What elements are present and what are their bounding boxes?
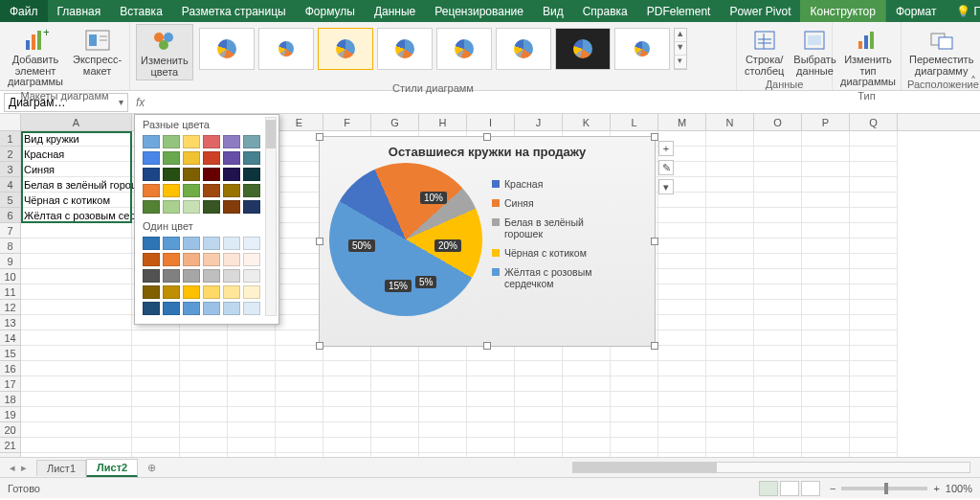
column-header-N[interactable]: N (706, 114, 754, 130)
column-header-Q[interactable]: Q (850, 114, 898, 130)
color-swatch[interactable] (203, 302, 220, 315)
legend-item[interactable]: Синяя (492, 197, 619, 209)
color-swatch[interactable] (143, 151, 160, 165)
color-swatch[interactable] (163, 151, 180, 165)
cell-G17[interactable] (371, 376, 419, 392)
cell-F21[interactable] (323, 438, 371, 453)
column-header-O[interactable]: O (754, 114, 802, 130)
cell-P1[interactable] (802, 131, 850, 147)
chart-style-2[interactable] (258, 28, 314, 70)
cell-D15[interactable] (228, 346, 276, 361)
cell-M7[interactable] (658, 223, 706, 239)
cell-C20[interactable] (180, 422, 228, 438)
color-swatch[interactable] (243, 285, 260, 299)
switch-row-column-button[interactable]: Строка/ столбец (743, 24, 786, 77)
row-header-2[interactable]: 2 (0, 147, 21, 162)
cell-Q15[interactable] (850, 346, 898, 361)
color-swatch[interactable] (203, 200, 220, 214)
column-header-J[interactable]: J (515, 114, 563, 130)
cell-H15[interactable] (419, 346, 467, 361)
cell-N7[interactable] (706, 223, 754, 239)
cell-E6[interactable] (276, 208, 323, 223)
color-swatch[interactable] (223, 184, 240, 197)
cell-B21[interactable] (132, 438, 180, 453)
cell-L21[interactable] (611, 438, 658, 453)
cell-M5[interactable] (658, 193, 706, 208)
cell-A9[interactable] (21, 254, 132, 269)
cell-K22[interactable] (563, 453, 611, 457)
color-swatch[interactable] (163, 285, 180, 299)
color-swatch[interactable] (183, 253, 200, 266)
cell-D17[interactable] (228, 376, 276, 392)
data-label[interactable]: 50% (348, 239, 375, 252)
cell-K20[interactable] (563, 422, 611, 438)
color-swatch[interactable] (203, 151, 220, 165)
cell-I17[interactable] (467, 376, 515, 392)
cell-P21[interactable] (802, 438, 850, 453)
cell-G22[interactable] (371, 453, 419, 457)
row-header-20[interactable]: 20 (0, 422, 21, 438)
cell-Q3[interactable] (850, 162, 898, 177)
cell-L18[interactable] (611, 392, 658, 407)
cell-Q10[interactable] (850, 269, 898, 284)
legend-item[interactable]: Жёлтая с розовым сердечком (492, 266, 619, 289)
tab-file[interactable]: Файл (0, 0, 48, 22)
column-header-L[interactable]: L (611, 114, 658, 130)
cell-I21[interactable] (467, 438, 515, 453)
cell-P3[interactable] (802, 162, 850, 177)
row-header-3[interactable]: 3 (0, 162, 21, 177)
change-colors-button[interactable]: Изменить цвета (136, 24, 193, 80)
cell-A13[interactable] (21, 315, 132, 330)
row-header-9[interactable]: 9 (0, 254, 21, 269)
row-header-19[interactable]: 19 (0, 407, 21, 422)
page-layout-view-button[interactable] (780, 481, 799, 496)
cell-L22[interactable] (611, 453, 658, 457)
data-label[interactable]: 15% (385, 280, 412, 292)
cell-B16[interactable] (132, 361, 180, 376)
color-panel-scrollbar[interactable] (265, 117, 277, 316)
cell-K16[interactable] (563, 361, 611, 376)
cell-C16[interactable] (180, 361, 228, 376)
cell-A5[interactable]: Чёрная с котиком (21, 193, 132, 208)
cell-A22[interactable] (21, 453, 132, 457)
cell-N22[interactable] (706, 453, 754, 457)
cell-J15[interactable] (515, 346, 563, 361)
cell-M12[interactable] (658, 300, 706, 315)
cell-Q22[interactable] (850, 453, 898, 457)
chart-style-1[interactable] (199, 28, 255, 70)
row-header-16[interactable]: 16 (0, 361, 21, 376)
cell-M14[interactable] (658, 330, 706, 346)
cell-J19[interactable] (515, 407, 563, 422)
cell-D21[interactable] (228, 438, 276, 453)
cell-O4[interactable] (754, 177, 802, 193)
cell-N14[interactable] (706, 330, 754, 346)
cell-E2[interactable] (276, 147, 323, 162)
chart-styles-button[interactable]: ✎ (658, 160, 674, 175)
tab-chart-format[interactable]: Формат (885, 0, 947, 22)
cell-N21[interactable] (706, 438, 754, 453)
cell-O2[interactable] (754, 147, 802, 162)
cell-A1[interactable]: Вид кружки (21, 131, 132, 147)
chart-filters-button[interactable]: ▾ (658, 179, 674, 194)
cell-N17[interactable] (706, 376, 754, 392)
cell-P19[interactable] (802, 407, 850, 422)
cell-O14[interactable] (754, 330, 802, 346)
color-swatch[interactable] (163, 237, 180, 250)
cell-N9[interactable] (706, 254, 754, 269)
cell-F19[interactable] (323, 407, 371, 422)
color-swatch[interactable] (243, 168, 260, 181)
color-swatch[interactable] (203, 237, 220, 250)
cell-Q6[interactable] (850, 208, 898, 223)
color-swatch[interactable] (223, 168, 240, 181)
cell-E9[interactable] (276, 254, 323, 269)
cell-E16[interactable] (276, 361, 323, 376)
cell-I16[interactable] (467, 361, 515, 376)
chart-style-8[interactable] (614, 28, 670, 70)
cell-O13[interactable] (754, 315, 802, 330)
cell-A17[interactable] (21, 376, 132, 392)
cell-E11[interactable] (276, 284, 323, 300)
cell-O18[interactable] (754, 392, 802, 407)
cell-O19[interactable] (754, 407, 802, 422)
legend-item[interactable]: Белая в зелёный горошек (492, 216, 619, 239)
cell-J21[interactable] (515, 438, 563, 453)
